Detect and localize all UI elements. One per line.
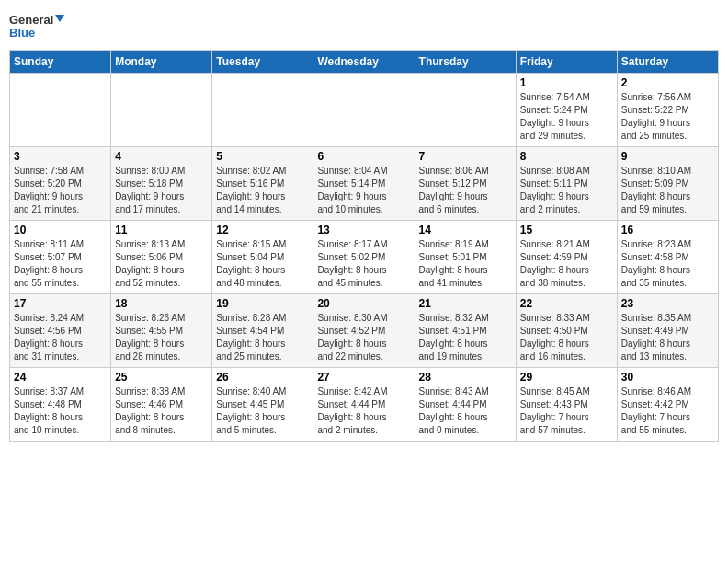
day-number: 22 xyxy=(520,297,613,310)
calendar-cell: 25Sunrise: 8:38 AM Sunset: 4:46 PM Dayli… xyxy=(111,368,212,442)
day-number: 28 xyxy=(419,371,512,384)
day-number: 6 xyxy=(317,150,410,163)
day-info: Sunrise: 7:56 AM Sunset: 5:22 PM Dayligh… xyxy=(621,91,714,143)
calendar-week-2: 3Sunrise: 7:58 AM Sunset: 5:20 PM Daylig… xyxy=(10,147,719,221)
calendar-cell: 20Sunrise: 8:30 AM Sunset: 4:52 PM Dayli… xyxy=(313,294,415,368)
day-info: Sunrise: 8:33 AM Sunset: 4:50 PM Dayligh… xyxy=(520,312,613,363)
day-info: Sunrise: 8:35 AM Sunset: 4:49 PM Dayligh… xyxy=(621,312,714,363)
day-number: 11 xyxy=(115,224,208,236)
calendar-week-3: 10Sunrise: 8:11 AM Sunset: 5:07 PM Dayli… xyxy=(10,221,719,294)
calendar-cell: 12Sunrise: 8:15 AM Sunset: 5:04 PM Dayli… xyxy=(212,221,313,294)
day-info: Sunrise: 8:19 AM Sunset: 5:01 PM Dayligh… xyxy=(419,238,512,290)
day-number: 4 xyxy=(115,150,208,163)
calendar-cell: 1Sunrise: 7:54 AM Sunset: 5:24 PM Daylig… xyxy=(516,74,617,147)
day-info: Sunrise: 8:32 AM Sunset: 4:51 PM Dayligh… xyxy=(419,312,512,363)
calendar-cell xyxy=(111,74,212,147)
day-number: 19 xyxy=(216,297,309,310)
calendar-table: SundayMondayTuesdayWednesdayThursdayFrid… xyxy=(9,50,719,442)
col-header-friday: Friday xyxy=(516,51,617,74)
calendar-cell: 30Sunrise: 8:46 AM Sunset: 4:42 PM Dayli… xyxy=(617,368,718,442)
day-info: Sunrise: 8:30 AM Sunset: 4:52 PM Dayligh… xyxy=(317,312,410,363)
day-info: Sunrise: 8:17 AM Sunset: 5:02 PM Dayligh… xyxy=(317,238,410,290)
calendar-cell: 18Sunrise: 8:26 AM Sunset: 4:55 PM Dayli… xyxy=(111,294,212,368)
day-info: Sunrise: 8:06 AM Sunset: 5:12 PM Dayligh… xyxy=(419,165,512,216)
calendar-cell: 2Sunrise: 7:56 AM Sunset: 5:22 PM Daylig… xyxy=(617,74,718,147)
svg-marker-2 xyxy=(55,15,64,22)
day-number: 10 xyxy=(14,224,107,236)
calendar-week-4: 17Sunrise: 8:24 AM Sunset: 4:56 PM Dayli… xyxy=(10,294,719,368)
calendar-cell xyxy=(212,74,313,147)
day-number: 15 xyxy=(520,224,613,236)
day-number: 26 xyxy=(216,371,309,384)
calendar-cell: 10Sunrise: 8:11 AM Sunset: 5:07 PM Dayli… xyxy=(10,221,111,294)
day-number: 7 xyxy=(419,150,512,163)
calendar-cell: 16Sunrise: 8:23 AM Sunset: 4:58 PM Dayli… xyxy=(617,221,718,294)
calendar-cell: 3Sunrise: 7:58 AM Sunset: 5:20 PM Daylig… xyxy=(10,147,111,221)
day-info: Sunrise: 7:58 AM Sunset: 5:20 PM Dayligh… xyxy=(14,165,107,216)
day-number: 24 xyxy=(14,371,107,384)
calendar-cell: 22Sunrise: 8:33 AM Sunset: 4:50 PM Dayli… xyxy=(516,294,617,368)
calendar-cell: 23Sunrise: 8:35 AM Sunset: 4:49 PM Dayli… xyxy=(617,294,718,368)
day-info: Sunrise: 8:11 AM Sunset: 5:07 PM Dayligh… xyxy=(14,238,107,290)
day-number: 30 xyxy=(621,371,714,384)
svg-text:Blue: Blue xyxy=(9,26,35,40)
calendar-cell: 26Sunrise: 8:40 AM Sunset: 4:45 PM Dayli… xyxy=(212,368,313,442)
svg-text:General: General xyxy=(9,13,53,27)
day-info: Sunrise: 8:04 AM Sunset: 5:14 PM Dayligh… xyxy=(317,165,410,216)
day-info: Sunrise: 8:08 AM Sunset: 5:11 PM Dayligh… xyxy=(520,165,613,216)
day-number: 5 xyxy=(216,150,309,163)
day-number: 21 xyxy=(419,297,512,310)
calendar-cell: 24Sunrise: 8:37 AM Sunset: 4:48 PM Dayli… xyxy=(10,368,111,442)
calendar-cell: 28Sunrise: 8:43 AM Sunset: 4:44 PM Dayli… xyxy=(415,368,516,442)
day-info: Sunrise: 8:42 AM Sunset: 4:44 PM Dayligh… xyxy=(317,385,410,437)
calendar-cell: 14Sunrise: 8:19 AM Sunset: 5:01 PM Dayli… xyxy=(415,221,516,294)
day-number: 2 xyxy=(621,76,714,89)
calendar-cell: 5Sunrise: 8:02 AM Sunset: 5:16 PM Daylig… xyxy=(212,147,313,221)
day-number: 14 xyxy=(419,224,512,236)
col-header-thursday: Thursday xyxy=(415,51,516,74)
day-info: Sunrise: 8:40 AM Sunset: 4:45 PM Dayligh… xyxy=(216,385,309,437)
calendar-cell: 4Sunrise: 8:00 AM Sunset: 5:18 PM Daylig… xyxy=(111,147,212,221)
col-header-sunday: Sunday xyxy=(10,51,111,74)
day-number: 8 xyxy=(520,150,613,163)
day-info: Sunrise: 8:00 AM Sunset: 5:18 PM Dayligh… xyxy=(115,165,208,216)
calendar-cell: 19Sunrise: 8:28 AM Sunset: 4:54 PM Dayli… xyxy=(212,294,313,368)
day-info: Sunrise: 8:21 AM Sunset: 4:59 PM Dayligh… xyxy=(520,238,613,290)
calendar-week-5: 24Sunrise: 8:37 AM Sunset: 4:48 PM Dayli… xyxy=(10,368,719,442)
day-number: 20 xyxy=(317,297,410,310)
day-info: Sunrise: 8:28 AM Sunset: 4:54 PM Dayligh… xyxy=(216,312,309,363)
day-number: 9 xyxy=(621,150,714,163)
day-info: Sunrise: 8:13 AM Sunset: 5:06 PM Dayligh… xyxy=(115,238,208,290)
calendar-cell: 8Sunrise: 8:08 AM Sunset: 5:11 PM Daylig… xyxy=(516,147,617,221)
logo-svg: General Blue xyxy=(9,9,64,42)
day-number: 1 xyxy=(520,76,613,89)
day-number: 25 xyxy=(115,371,208,384)
calendar-cell: 6Sunrise: 8:04 AM Sunset: 5:14 PM Daylig… xyxy=(313,147,415,221)
day-info: Sunrise: 8:43 AM Sunset: 4:44 PM Dayligh… xyxy=(419,385,512,437)
day-number: 29 xyxy=(520,371,613,384)
day-number: 23 xyxy=(621,297,714,310)
calendar-cell: 9Sunrise: 8:10 AM Sunset: 5:09 PM Daylig… xyxy=(617,147,718,221)
calendar-cell: 21Sunrise: 8:32 AM Sunset: 4:51 PM Dayli… xyxy=(415,294,516,368)
day-info: Sunrise: 8:10 AM Sunset: 5:09 PM Dayligh… xyxy=(621,165,714,216)
calendar-cell: 11Sunrise: 8:13 AM Sunset: 5:06 PM Dayli… xyxy=(111,221,212,294)
day-info: Sunrise: 8:23 AM Sunset: 4:58 PM Dayligh… xyxy=(621,238,714,290)
page-header: General Blue xyxy=(9,9,719,42)
day-number: 13 xyxy=(317,224,410,236)
day-info: Sunrise: 8:38 AM Sunset: 4:46 PM Dayligh… xyxy=(115,385,208,437)
day-number: 3 xyxy=(14,150,107,163)
calendar-cell: 15Sunrise: 8:21 AM Sunset: 4:59 PM Dayli… xyxy=(516,221,617,294)
calendar-cell: 13Sunrise: 8:17 AM Sunset: 5:02 PM Dayli… xyxy=(313,221,415,294)
calendar-week-1: 1Sunrise: 7:54 AM Sunset: 5:24 PM Daylig… xyxy=(10,74,719,147)
col-header-saturday: Saturday xyxy=(617,51,718,74)
day-number: 12 xyxy=(216,224,309,236)
day-info: Sunrise: 8:15 AM Sunset: 5:04 PM Dayligh… xyxy=(216,238,309,290)
col-header-monday: Monday xyxy=(111,51,212,74)
logo: General Blue xyxy=(9,9,64,42)
calendar-cell: 27Sunrise: 8:42 AM Sunset: 4:44 PM Dayli… xyxy=(313,368,415,442)
day-info: Sunrise: 8:45 AM Sunset: 4:43 PM Dayligh… xyxy=(520,385,613,437)
col-header-tuesday: Tuesday xyxy=(212,51,313,74)
day-info: Sunrise: 8:24 AM Sunset: 4:56 PM Dayligh… xyxy=(14,312,107,363)
calendar-cell xyxy=(415,74,516,147)
col-header-wednesday: Wednesday xyxy=(313,51,415,74)
